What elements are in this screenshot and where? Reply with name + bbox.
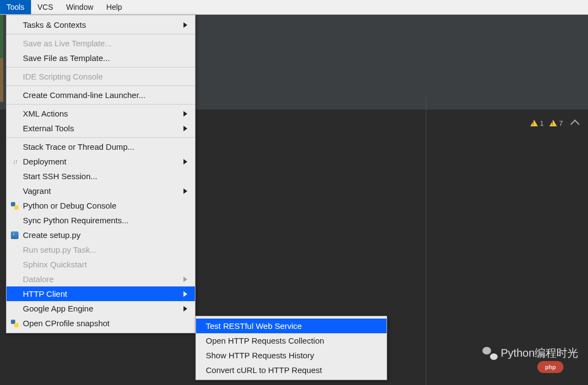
menu-external-tools[interactable]: External Tools <box>7 121 195 136</box>
menu-http-client[interactable]: HTTP Client <box>7 286 195 301</box>
warning-indicator-2[interactable]: 7 <box>549 119 563 127</box>
menu-label: Python or Debug Console <box>23 201 117 210</box>
menu-label: Create Command-line Launcher... <box>23 90 145 100</box>
submenu-arrow-icon <box>183 126 187 131</box>
separator <box>7 104 195 105</box>
warning-count: 7 <box>559 119 563 127</box>
menu-ide-scripting: IDE Scripting Console <box>7 69 195 84</box>
python-icon <box>10 319 20 328</box>
menu-create-setup-py[interactable]: Create setup.py <box>7 228 195 242</box>
submenu-arrow-icon <box>183 159 187 164</box>
chevron-up-icon[interactable] <box>571 120 580 129</box>
separator <box>7 34 195 34</box>
warning-icon <box>530 120 538 126</box>
menu-label: Open CProfile snapshot <box>23 319 109 328</box>
menu-sphinx-quickstart: Sphinx Quickstart <box>7 257 195 272</box>
submenu-arrow-icon <box>183 111 187 117</box>
http-client-submenu: Test RESTful Web Service Open HTTP Reque… <box>195 316 387 380</box>
menu-save-live-template: Save as Live Template... <box>7 36 195 51</box>
menu-label: XML Actions <box>23 109 68 118</box>
menu-sync-python-reqs[interactable]: Sync Python Requirements... <box>7 213 195 228</box>
inspection-widget[interactable]: 1 7 <box>530 119 578 127</box>
separator <box>7 67 195 68</box>
submenu-open-requests-collection[interactable]: Open HTTP Requests Collection <box>196 333 387 348</box>
setup-icon <box>10 230 20 240</box>
separator <box>7 137 195 138</box>
menu-label: Sphinx Quickstart <box>23 260 87 269</box>
menu-xml-actions[interactable]: XML Actions <box>7 106 195 121</box>
menu-tools[interactable]: Tools <box>0 0 31 14</box>
menubar: Tools VCS Window Help <box>0 0 588 15</box>
submenu-arrow-icon <box>183 22 187 28</box>
menu-label: HTTP Client <box>23 289 67 298</box>
menu-label: External Tools <box>23 124 74 133</box>
watermark-text: Python编程时光 <box>501 346 578 360</box>
warning-count: 1 <box>540 119 544 127</box>
php-badge: php <box>537 361 564 373</box>
separator <box>7 85 195 86</box>
menu-vagrant[interactable]: Vagrant <box>7 184 195 198</box>
deployment-icon: ↓↑ <box>10 157 20 167</box>
warning-indicator-1[interactable]: 1 <box>530 119 544 127</box>
menu-label: Stack Trace or Thread Dump... <box>23 142 134 151</box>
menu-tasks-contexts[interactable]: Tasks & Contexts <box>7 17 195 32</box>
menu-label: Google App Engine <box>23 304 93 313</box>
menu-datalore: Datalore <box>7 272 195 286</box>
menu-label: Tasks & Contexts <box>23 20 86 29</box>
menu-label: Datalore <box>23 274 54 284</box>
submenu-arrow-icon <box>183 291 187 297</box>
submenu-arrow-icon <box>183 277 187 282</box>
menu-vcs[interactable]: VCS <box>31 0 60 14</box>
menu-label: Run setup.py Task... <box>23 245 97 254</box>
python-icon <box>10 201 20 211</box>
tools-dropdown: Tasks & Contexts Save as Live Template..… <box>6 15 195 333</box>
menu-python-console[interactable]: Python or Debug Console <box>7 198 195 213</box>
submenu-test-restful[interactable]: Test RESTful Web Service <box>196 319 387 333</box>
menu-window[interactable]: Window <box>59 0 100 14</box>
menu-label: IDE Scripting Console <box>23 72 103 81</box>
menu-open-cprofile[interactable]: Open CProfile snapshot <box>7 316 195 331</box>
menu-help[interactable]: Help <box>100 0 128 14</box>
warning-icon <box>549 120 557 126</box>
menu-label: Sync Python Requirements... <box>23 216 128 225</box>
menu-save-file-template[interactable]: Save File as Template... <box>7 51 195 65</box>
gutter-markers <box>0 15 3 102</box>
watermark: Python编程时光 <box>482 346 578 360</box>
submenu-arrow-icon <box>183 188 187 194</box>
submenu-arrow-icon <box>183 306 187 311</box>
menu-label: Save as Live Template... <box>23 39 112 48</box>
submenu-show-requests-history[interactable]: Show HTTP Requests History <box>196 348 387 363</box>
menu-label: Deployment <box>23 157 66 166</box>
submenu-convert-curl[interactable]: Convert cURL to HTTP Request <box>196 363 387 377</box>
wechat-icon <box>482 347 498 360</box>
menu-label: Start SSH Session... <box>23 172 97 181</box>
menu-run-setup-py: Run setup.py Task... <box>7 242 195 257</box>
menu-label: Save File as Template... <box>23 53 110 63</box>
menu-stack-trace[interactable]: Stack Trace or Thread Dump... <box>7 139 195 154</box>
menu-create-cmdline-launcher[interactable]: Create Command-line Launcher... <box>7 88 195 102</box>
menu-start-ssh[interactable]: Start SSH Session... <box>7 169 195 184</box>
menu-deployment[interactable]: ↓↑Deployment <box>7 154 195 169</box>
editor-margin-line <box>426 95 426 385</box>
menu-google-app-engine[interactable]: Google App Engine <box>7 301 195 316</box>
menu-label: Create setup.py <box>23 230 81 240</box>
menu-label: Vagrant <box>23 186 51 195</box>
